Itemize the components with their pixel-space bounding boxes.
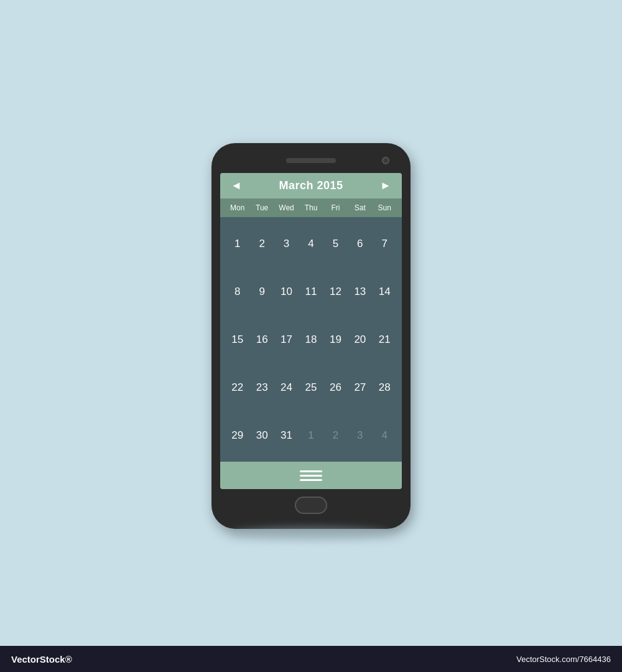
calendar-day[interactable]: 3 <box>274 220 299 268</box>
prev-month-button[interactable]: ◄ <box>229 179 244 192</box>
calendar-day[interactable]: 11 <box>299 268 323 315</box>
day-header-wed: Wed <box>274 201 299 215</box>
day-header-thu: Thu <box>299 201 323 215</box>
calendar-day[interactable]: 21 <box>373 315 397 363</box>
phone-shell: ◄ March 2015 ► Mon Tue Wed Thu Fri Sat S… <box>211 143 411 529</box>
calendar-day[interactable]: 8 <box>225 268 249 315</box>
menu-icon[interactable] <box>300 470 322 481</box>
camera <box>382 157 389 164</box>
calendar-day[interactable]: 9 <box>249 268 274 315</box>
calendar-day[interactable]: 15 <box>225 315 249 363</box>
calendar-day[interactable]: 2 <box>323 411 348 459</box>
phone-bottom-bar <box>220 497 402 514</box>
calendar-day[interactable]: 30 <box>249 411 274 459</box>
hamburger-line-1 <box>300 470 322 472</box>
calendar-day[interactable]: 3 <box>348 411 372 459</box>
calendar-day[interactable]: 7 <box>373 220 397 268</box>
calendar-day[interactable]: 25 <box>299 363 323 411</box>
watermark-logo: VectorStock® <box>11 654 72 665</box>
calendar-day[interactable]: 13 <box>348 268 372 315</box>
calendar-day[interactable]: 24 <box>274 363 299 411</box>
day-header-sun: Sun <box>373 201 397 215</box>
calendar-title: March 2015 <box>279 179 343 192</box>
calendar-day[interactable]: 19 <box>323 315 348 363</box>
calendar-day[interactable]: 16 <box>249 315 274 363</box>
calendar-day[interactable]: 4 <box>299 220 323 268</box>
calendar-day[interactable]: 5 <box>323 220 348 268</box>
calendar-day[interactable]: 4 <box>373 411 397 459</box>
calendar-day[interactable]: 27 <box>348 363 372 411</box>
day-header-sat: Sat <box>348 201 372 215</box>
home-button[interactable] <box>295 497 327 514</box>
day-header-mon: Mon <box>225 201 249 215</box>
hamburger-line-2 <box>300 475 322 477</box>
calendar-day[interactable]: 31 <box>274 411 299 459</box>
calendar-grid: 1234567891011121314151617181920212223242… <box>220 217 402 462</box>
calendar-day[interactable]: 23 <box>249 363 274 411</box>
day-headers-row: Mon Tue Wed Thu Fri Sat Sun <box>220 198 402 217</box>
calendar-day[interactable]: 26 <box>323 363 348 411</box>
calendar-day[interactable]: 18 <box>299 315 323 363</box>
watermark-bar: VectorStock® VectorStock.com/7664436 <box>0 646 622 672</box>
day-header-fri: Fri <box>323 201 348 215</box>
day-header-tue: Tue <box>249 201 274 215</box>
calendar-day[interactable]: 28 <box>373 363 397 411</box>
hamburger-line-3 <box>300 479 322 481</box>
calendar-day[interactable]: 17 <box>274 315 299 363</box>
calendar-footer <box>220 462 402 489</box>
calendar-header: ◄ March 2015 ► <box>220 173 402 198</box>
calendar-day[interactable]: 1 <box>299 411 323 459</box>
calendar-day[interactable]: 14 <box>373 268 397 315</box>
main-content: ◄ March 2015 ► Mon Tue Wed Thu Fri Sat S… <box>0 0 622 672</box>
next-month-button[interactable]: ► <box>378 179 393 192</box>
calendar-day[interactable]: 6 <box>348 220 372 268</box>
phone-screen: ◄ March 2015 ► Mon Tue Wed Thu Fri Sat S… <box>220 173 402 489</box>
watermark-url: VectorStock.com/7664436 <box>516 655 611 664</box>
calendar-day[interactable]: 22 <box>225 363 249 411</box>
speaker <box>286 158 336 163</box>
calendar-day[interactable]: 10 <box>274 268 299 315</box>
calendar-day[interactable]: 29 <box>225 411 249 459</box>
calendar-day[interactable]: 12 <box>323 268 348 315</box>
calendar-day[interactable]: 20 <box>348 315 372 363</box>
calendar-day[interactable]: 2 <box>249 220 274 268</box>
calendar-day[interactable]: 1 <box>225 220 249 268</box>
phone-top-bar <box>220 154 402 167</box>
